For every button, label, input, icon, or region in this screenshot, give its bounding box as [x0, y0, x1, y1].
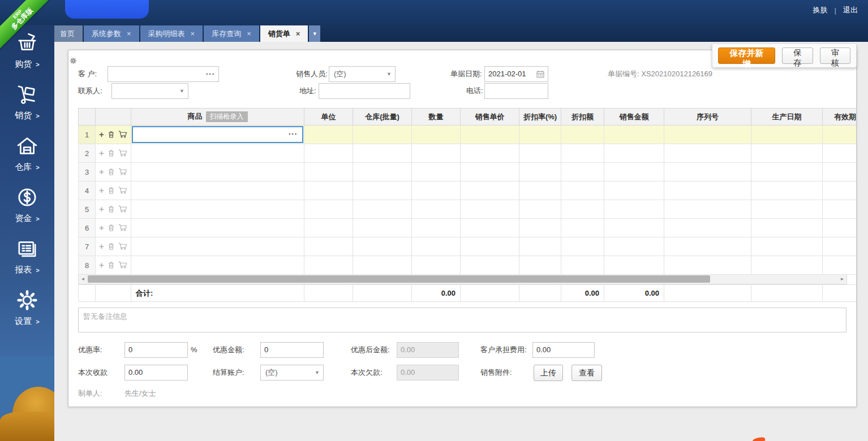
- doc-date-input[interactable]: 2021-02-01: [484, 66, 548, 82]
- customer-label: 客 户:: [78, 66, 97, 82]
- add-row-icon[interactable]: +: [99, 261, 104, 269]
- add-row-icon[interactable]: +: [99, 149, 104, 157]
- add-row-icon[interactable]: +: [99, 131, 104, 139]
- top-bar: 换肤 | 退出 首页 系统参数 × 采购明细表 × 库存查询 × 销货单 × ▾: [0, 0, 868, 42]
- total-label: 合计:: [131, 285, 304, 302]
- product-input[interactable]: ···: [132, 126, 303, 143]
- add-row-icon[interactable]: +: [99, 168, 104, 176]
- debt-input: 0.00: [397, 365, 459, 381]
- session-divider: |: [835, 6, 836, 15]
- add-row-icon[interactable]: +: [99, 187, 104, 194]
- discount-rate-label: 优惠率:: [78, 342, 102, 358]
- close-icon[interactable]: ×: [247, 29, 251, 38]
- warehouse-icon: [16, 135, 38, 157]
- col-discount-rate: 折扣率(%): [519, 109, 561, 126]
- panel-settings-gear-icon[interactable]: [70, 58, 76, 64]
- row-number: 2: [79, 144, 96, 163]
- cart-icon[interactable]: [118, 149, 127, 157]
- delete-row-icon[interactable]: [108, 261, 115, 269]
- customer-input[interactable]: ···: [108, 66, 219, 82]
- delete-row-icon[interactable]: [108, 149, 115, 157]
- tab-home[interactable]: 首页: [52, 25, 83, 42]
- tab-system-params[interactable]: 系统参数 ×: [84, 25, 139, 42]
- close-icon[interactable]: ×: [296, 29, 300, 38]
- delete-row-icon[interactable]: [108, 224, 115, 232]
- app-logo: [65, 0, 149, 19]
- account-select[interactable]: (空) ▼: [260, 365, 324, 381]
- table-row: 8 +: [79, 256, 857, 275]
- chevron-down-icon: ▼: [386, 67, 392, 81]
- cart-icon[interactable]: [118, 243, 127, 250]
- product-cell[interactable]: ···: [131, 126, 304, 144]
- cart-icon[interactable]: [118, 261, 127, 269]
- delete-row-icon[interactable]: [108, 243, 115, 250]
- discount-amount-input[interactable]: 0: [260, 342, 324, 358]
- view-button[interactable]: 查看: [571, 365, 602, 381]
- scan-gun-badge[interactable]: 扫描枪录入: [206, 111, 248, 122]
- calendar-icon[interactable]: [536, 70, 544, 78]
- tab-stock-query[interactable]: 库存查询 ×: [204, 25, 259, 42]
- chevron-right-icon: >: [36, 164, 39, 171]
- gear-icon: [16, 289, 38, 312]
- close-icon[interactable]: ×: [127, 29, 131, 38]
- row-number: 5: [79, 200, 96, 219]
- sidebar-item-reports[interactable]: 报表>: [0, 237, 54, 289]
- items-grid: 商品扫描枪录入 单位 仓库(批量) 数量 销售单价 折扣率(%) 折扣额 销售金…: [78, 108, 856, 302]
- total-discount: 0.00: [561, 285, 604, 302]
- sidebar-item-warehouse[interactable]: 仓库>: [0, 135, 54, 186]
- product-lookup-button[interactable]: ···: [289, 129, 298, 138]
- cart-icon[interactable]: [118, 131, 127, 138]
- phone-label: 电话:: [466, 83, 483, 99]
- cart-icon[interactable]: [118, 205, 127, 213]
- add-row-icon[interactable]: +: [99, 243, 104, 250]
- scroll-right-arrow[interactable]: ►: [838, 275, 846, 283]
- sidebar-item-funds[interactable]: 资金>: [0, 186, 54, 237]
- delete-row-icon[interactable]: [108, 187, 115, 194]
- doc-date-label: 单据日期:: [450, 66, 482, 82]
- change-skin-link[interactable]: 换肤: [813, 5, 828, 15]
- col-sales-amount: 销售金额: [604, 109, 664, 126]
- add-row-icon[interactable]: +: [99, 224, 104, 232]
- delete-row-icon[interactable]: [108, 205, 115, 213]
- chevron-right-icon: >: [36, 267, 39, 274]
- add-row-icon[interactable]: +: [99, 205, 104, 213]
- save-and-new-button[interactable]: 保存并新增: [718, 47, 775, 64]
- col-production-date: 生产日期: [751, 109, 823, 126]
- scroll-left-arrow[interactable]: ◄: [79, 275, 87, 283]
- address-input[interactable]: [319, 83, 410, 99]
- table-row: 4 +: [79, 181, 857, 200]
- customer-lookup-button[interactable]: ···: [206, 67, 215, 81]
- delete-row-icon[interactable]: [108, 131, 115, 139]
- trolley-icon: [16, 83, 38, 106]
- received-input[interactable]: 0.00: [124, 365, 188, 381]
- after-discount-label: 优惠后金额:: [351, 342, 390, 358]
- tab-overflow-button[interactable]: ▾: [309, 25, 320, 42]
- scrollbar-thumb[interactable]: [88, 275, 710, 283]
- horizontal-scrollbar[interactable]: ◄ ►: [78, 275, 847, 284]
- salesperson-label: 销售人员:: [296, 66, 328, 82]
- salesperson-select[interactable]: (空) ▼: [329, 66, 396, 82]
- sidebar-item-sales[interactable]: 销货>: [0, 83, 54, 135]
- col-product: 商品扫描枪录入: [131, 109, 304, 126]
- phone-input[interactable]: [484, 83, 548, 99]
- customer-fee-input[interactable]: 0.00: [532, 342, 595, 358]
- contact-select[interactable]: ▼: [111, 83, 188, 99]
- sidebar-photo: [0, 356, 54, 441]
- close-icon[interactable]: ×: [191, 29, 195, 38]
- cart-icon[interactable]: [118, 187, 127, 194]
- logout-link[interactable]: 退出: [843, 5, 858, 15]
- discount-rate-input[interactable]: 0: [124, 342, 188, 358]
- remark-textarea[interactable]: [78, 308, 846, 332]
- row-number: 8: [79, 256, 96, 275]
- cart-icon[interactable]: [118, 168, 127, 175]
- cart-icon[interactable]: [118, 224, 127, 231]
- delete-row-icon[interactable]: [108, 168, 115, 176]
- sidebar-item-settings[interactable]: 设置>: [0, 289, 54, 340]
- audit-button[interactable]: 审核: [820, 47, 851, 64]
- row-number: 1: [79, 126, 96, 144]
- table-row: 7 +: [79, 237, 857, 256]
- tab-purchase-detail[interactable]: 采购明细表 ×: [140, 25, 203, 42]
- save-button[interactable]: 保存: [782, 47, 813, 64]
- upload-button[interactable]: 上传: [534, 365, 563, 381]
- tab-sales-order[interactable]: 销货单 ×: [260, 25, 308, 42]
